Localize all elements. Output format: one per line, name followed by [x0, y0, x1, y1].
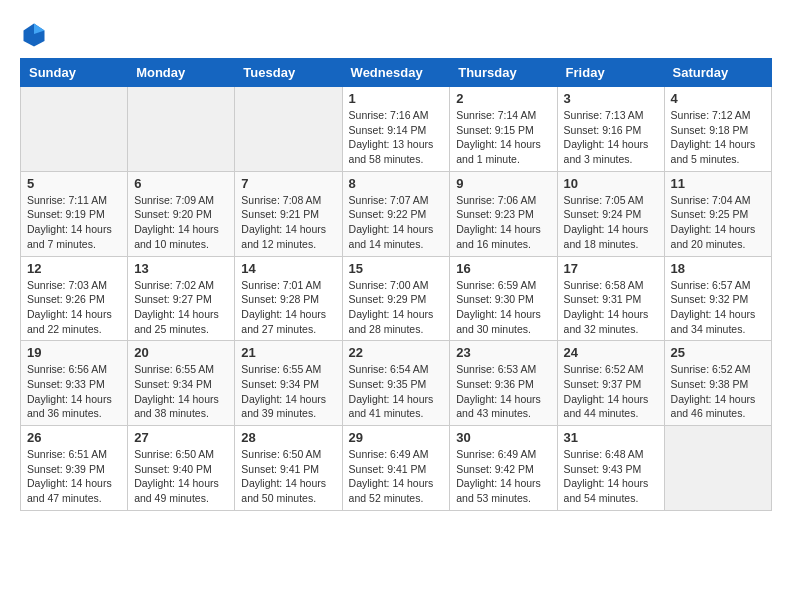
- day-info: Sunrise: 6:53 AM Sunset: 9:36 PM Dayligh…: [456, 362, 550, 421]
- day-number: 23: [456, 345, 550, 360]
- calendar-cell: 30Sunrise: 6:49 AM Sunset: 9:42 PM Dayli…: [450, 426, 557, 511]
- calendar-cell: 6Sunrise: 7:09 AM Sunset: 9:20 PM Daylig…: [128, 171, 235, 256]
- calendar-cell: [21, 87, 128, 172]
- day-number: 18: [671, 261, 765, 276]
- day-info: Sunrise: 6:58 AM Sunset: 9:31 PM Dayligh…: [564, 278, 658, 337]
- day-info: Sunrise: 6:55 AM Sunset: 9:34 PM Dayligh…: [241, 362, 335, 421]
- day-info: Sunrise: 7:13 AM Sunset: 9:16 PM Dayligh…: [564, 108, 658, 167]
- logo: [20, 20, 52, 48]
- calendar-cell: 19Sunrise: 6:56 AM Sunset: 9:33 PM Dayli…: [21, 341, 128, 426]
- day-number: 4: [671, 91, 765, 106]
- calendar-cell: 11Sunrise: 7:04 AM Sunset: 9:25 PM Dayli…: [664, 171, 771, 256]
- day-info: Sunrise: 7:03 AM Sunset: 9:26 PM Dayligh…: [27, 278, 121, 337]
- calendar-cell: 9Sunrise: 7:06 AM Sunset: 9:23 PM Daylig…: [450, 171, 557, 256]
- day-number: 26: [27, 430, 121, 445]
- day-number: 16: [456, 261, 550, 276]
- calendar-cell: 18Sunrise: 6:57 AM Sunset: 9:32 PM Dayli…: [664, 256, 771, 341]
- calendar-week-row: 1Sunrise: 7:16 AM Sunset: 9:14 PM Daylig…: [21, 87, 772, 172]
- logo-icon: [20, 20, 48, 48]
- day-number: 29: [349, 430, 444, 445]
- day-header-tuesday: Tuesday: [235, 59, 342, 87]
- day-number: 25: [671, 345, 765, 360]
- day-info: Sunrise: 7:04 AM Sunset: 9:25 PM Dayligh…: [671, 193, 765, 252]
- calendar-cell: 24Sunrise: 6:52 AM Sunset: 9:37 PM Dayli…: [557, 341, 664, 426]
- calendar-cell: [128, 87, 235, 172]
- calendar-cell: 26Sunrise: 6:51 AM Sunset: 9:39 PM Dayli…: [21, 426, 128, 511]
- day-info: Sunrise: 6:52 AM Sunset: 9:38 PM Dayligh…: [671, 362, 765, 421]
- calendar-cell: [664, 426, 771, 511]
- day-info: Sunrise: 7:05 AM Sunset: 9:24 PM Dayligh…: [564, 193, 658, 252]
- day-number: 30: [456, 430, 550, 445]
- day-number: 22: [349, 345, 444, 360]
- calendar-cell: 2Sunrise: 7:14 AM Sunset: 9:15 PM Daylig…: [450, 87, 557, 172]
- calendar-table: SundayMondayTuesdayWednesdayThursdayFrid…: [20, 58, 772, 511]
- calendar-cell: 3Sunrise: 7:13 AM Sunset: 9:16 PM Daylig…: [557, 87, 664, 172]
- day-info: Sunrise: 6:51 AM Sunset: 9:39 PM Dayligh…: [27, 447, 121, 506]
- day-number: 5: [27, 176, 121, 191]
- day-number: 3: [564, 91, 658, 106]
- day-info: Sunrise: 7:09 AM Sunset: 9:20 PM Dayligh…: [134, 193, 228, 252]
- day-info: Sunrise: 7:07 AM Sunset: 9:22 PM Dayligh…: [349, 193, 444, 252]
- day-info: Sunrise: 7:02 AM Sunset: 9:27 PM Dayligh…: [134, 278, 228, 337]
- day-number: 14: [241, 261, 335, 276]
- day-info: Sunrise: 6:56 AM Sunset: 9:33 PM Dayligh…: [27, 362, 121, 421]
- calendar-cell: 13Sunrise: 7:02 AM Sunset: 9:27 PM Dayli…: [128, 256, 235, 341]
- calendar-cell: 31Sunrise: 6:48 AM Sunset: 9:43 PM Dayli…: [557, 426, 664, 511]
- calendar-cell: 10Sunrise: 7:05 AM Sunset: 9:24 PM Dayli…: [557, 171, 664, 256]
- day-number: 31: [564, 430, 658, 445]
- day-info: Sunrise: 7:08 AM Sunset: 9:21 PM Dayligh…: [241, 193, 335, 252]
- day-info: Sunrise: 7:14 AM Sunset: 9:15 PM Dayligh…: [456, 108, 550, 167]
- calendar-cell: 29Sunrise: 6:49 AM Sunset: 9:41 PM Dayli…: [342, 426, 450, 511]
- day-info: Sunrise: 7:12 AM Sunset: 9:18 PM Dayligh…: [671, 108, 765, 167]
- day-number: 13: [134, 261, 228, 276]
- day-info: Sunrise: 7:11 AM Sunset: 9:19 PM Dayligh…: [27, 193, 121, 252]
- day-number: 21: [241, 345, 335, 360]
- day-info: Sunrise: 7:00 AM Sunset: 9:29 PM Dayligh…: [349, 278, 444, 337]
- calendar-cell: 5Sunrise: 7:11 AM Sunset: 9:19 PM Daylig…: [21, 171, 128, 256]
- day-number: 28: [241, 430, 335, 445]
- day-info: Sunrise: 7:06 AM Sunset: 9:23 PM Dayligh…: [456, 193, 550, 252]
- day-header-wednesday: Wednesday: [342, 59, 450, 87]
- day-number: 8: [349, 176, 444, 191]
- calendar-cell: 17Sunrise: 6:58 AM Sunset: 9:31 PM Dayli…: [557, 256, 664, 341]
- calendar-cell: 20Sunrise: 6:55 AM Sunset: 9:34 PM Dayli…: [128, 341, 235, 426]
- calendar-week-row: 19Sunrise: 6:56 AM Sunset: 9:33 PM Dayli…: [21, 341, 772, 426]
- day-number: 17: [564, 261, 658, 276]
- day-info: Sunrise: 6:50 AM Sunset: 9:40 PM Dayligh…: [134, 447, 228, 506]
- day-info: Sunrise: 6:57 AM Sunset: 9:32 PM Dayligh…: [671, 278, 765, 337]
- calendar-cell: 27Sunrise: 6:50 AM Sunset: 9:40 PM Dayli…: [128, 426, 235, 511]
- day-number: 24: [564, 345, 658, 360]
- calendar-cell: [235, 87, 342, 172]
- day-number: 20: [134, 345, 228, 360]
- day-number: 19: [27, 345, 121, 360]
- day-info: Sunrise: 6:49 AM Sunset: 9:42 PM Dayligh…: [456, 447, 550, 506]
- calendar-cell: 7Sunrise: 7:08 AM Sunset: 9:21 PM Daylig…: [235, 171, 342, 256]
- day-info: Sunrise: 7:16 AM Sunset: 9:14 PM Dayligh…: [349, 108, 444, 167]
- day-info: Sunrise: 6:55 AM Sunset: 9:34 PM Dayligh…: [134, 362, 228, 421]
- day-header-thursday: Thursday: [450, 59, 557, 87]
- calendar-cell: 28Sunrise: 6:50 AM Sunset: 9:41 PM Dayli…: [235, 426, 342, 511]
- day-number: 27: [134, 430, 228, 445]
- day-info: Sunrise: 6:59 AM Sunset: 9:30 PM Dayligh…: [456, 278, 550, 337]
- header-row: SundayMondayTuesdayWednesdayThursdayFrid…: [21, 59, 772, 87]
- calendar-cell: 12Sunrise: 7:03 AM Sunset: 9:26 PM Dayli…: [21, 256, 128, 341]
- day-number: 9: [456, 176, 550, 191]
- calendar-cell: 8Sunrise: 7:07 AM Sunset: 9:22 PM Daylig…: [342, 171, 450, 256]
- day-number: 15: [349, 261, 444, 276]
- calendar-cell: 25Sunrise: 6:52 AM Sunset: 9:38 PM Dayli…: [664, 341, 771, 426]
- calendar-cell: 23Sunrise: 6:53 AM Sunset: 9:36 PM Dayli…: [450, 341, 557, 426]
- day-number: 12: [27, 261, 121, 276]
- day-info: Sunrise: 6:49 AM Sunset: 9:41 PM Dayligh…: [349, 447, 444, 506]
- calendar-week-row: 5Sunrise: 7:11 AM Sunset: 9:19 PM Daylig…: [21, 171, 772, 256]
- day-info: Sunrise: 6:54 AM Sunset: 9:35 PM Dayligh…: [349, 362, 444, 421]
- day-info: Sunrise: 6:50 AM Sunset: 9:41 PM Dayligh…: [241, 447, 335, 506]
- day-number: 7: [241, 176, 335, 191]
- day-header-saturday: Saturday: [664, 59, 771, 87]
- calendar-cell: 21Sunrise: 6:55 AM Sunset: 9:34 PM Dayli…: [235, 341, 342, 426]
- day-info: Sunrise: 6:48 AM Sunset: 9:43 PM Dayligh…: [564, 447, 658, 506]
- calendar-cell: 1Sunrise: 7:16 AM Sunset: 9:14 PM Daylig…: [342, 87, 450, 172]
- day-number: 11: [671, 176, 765, 191]
- day-number: 10: [564, 176, 658, 191]
- day-number: 6: [134, 176, 228, 191]
- day-header-sunday: Sunday: [21, 59, 128, 87]
